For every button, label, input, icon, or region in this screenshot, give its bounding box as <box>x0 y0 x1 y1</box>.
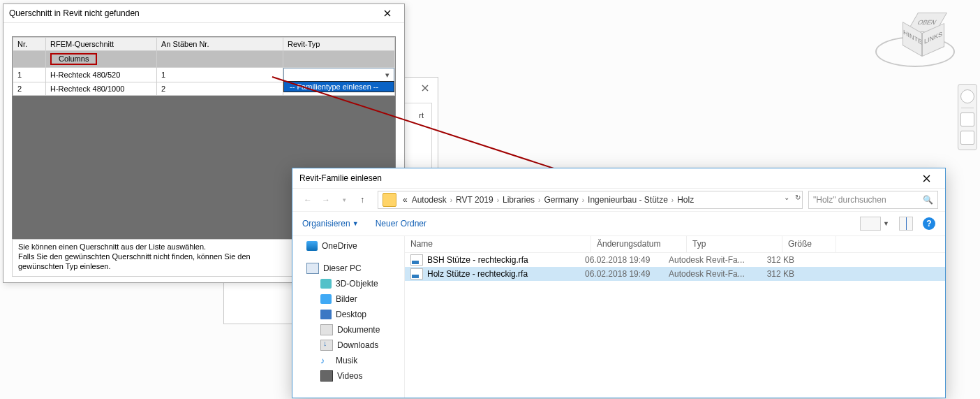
chevron-right-icon: › <box>537 196 542 204</box>
file-size: 312 KB <box>752 255 794 265</box>
dropdown-list: -- Familientype einlesen -- <box>283 81 394 92</box>
col-date[interactable]: Änderungsdatum <box>591 235 687 252</box>
help-button[interactable]: ? <box>923 217 935 230</box>
close-icon[interactable] <box>414 80 436 96</box>
pictures-icon <box>320 294 332 304</box>
search-input[interactable]: "Holz" durchsuchen 🔍 <box>808 191 938 209</box>
objects3d-icon <box>320 279 332 289</box>
col-nr[interactable]: Nr. <box>13 38 46 51</box>
file-date: 06.02.2018 19:49 <box>585 269 669 279</box>
file-type: Autodesk Revit-Fa... <box>669 269 752 279</box>
nav-up-button[interactable]: ↑ <box>354 191 371 208</box>
background-label: rt <box>419 111 424 119</box>
tree-item-pictures[interactable]: Bilder <box>292 291 404 307</box>
file-date: 06.02.2018 19:49 <box>585 255 669 265</box>
search-icon: 🔍 <box>923 195 933 205</box>
chevron-right-icon: › <box>670 196 675 204</box>
preview-pane-button[interactable] <box>899 217 913 231</box>
dialog-title: Revit-Familie einlesen <box>299 173 911 183</box>
chevron-down-icon: ▼ <box>352 220 359 227</box>
close-button[interactable] <box>374 6 401 20</box>
nav-forward-button[interactable]: → <box>318 191 334 208</box>
downloads-icon <box>320 340 333 351</box>
new-folder-button[interactable]: Neuer Ordner <box>376 219 426 228</box>
view-mode-button[interactable]: ▼ <box>860 217 889 231</box>
table-row[interactable]: 1 H-Rechteck 480/520 1 ▾ -- Familientype… <box>13 68 395 82</box>
folder-icon <box>383 193 396 207</box>
file-name: BSH Stütze - rechteckig.rfa <box>427 255 528 265</box>
col-staebe[interactable]: An Stäben Nr. <box>157 38 283 51</box>
tree-item-desktop[interactable]: Desktop <box>292 307 404 322</box>
breadcrumb[interactable]: « Autodesk› RVT 2019› Libraries› Germany… <box>378 191 803 209</box>
file-open-dialog: Revit-Familie einlesen ← → ▾ ↑ « Autodes… <box>292 168 946 398</box>
list-item[interactable]: Holz Stütze - rechteckig.rfa06.02.2018 1… <box>405 267 945 281</box>
col-revit[interactable]: Revit-Typ <box>283 38 395 51</box>
pc-icon <box>306 263 319 274</box>
tree-item-this-pc[interactable]: Dieser PC <box>292 261 404 276</box>
search-placeholder: "Holz" durchsuchen <box>813 195 886 205</box>
col-type[interactable]: Typ <box>687 235 782 252</box>
dialog-hint-text: Sie können einen Querschnitt aus der Lis… <box>12 239 292 277</box>
tree-item-downloads[interactable]: Downloads <box>292 338 404 353</box>
steering-wheel-icon[interactable] <box>960 89 974 103</box>
chevron-right-icon: › <box>449 196 454 204</box>
nav-back-button[interactable]: ← <box>299 191 316 208</box>
chevron-down-icon: ▼ <box>883 220 889 227</box>
chevron-down-icon[interactable]: ▾ <box>336 191 352 208</box>
cross-section-table: Nr. RFEM-Querschnitt An Stäben Nr. Revit… <box>13 37 395 96</box>
zoom-icon[interactable] <box>960 113 974 126</box>
view-cube[interactable]: OBEN HINTEN LINKS <box>875 8 959 71</box>
file-size: 312 KB <box>752 269 794 279</box>
desktop-icon <box>320 310 332 319</box>
folder-tree: OneDrive Dieser PC 3D-Objekte Bilder Des… <box>292 235 405 398</box>
close-button[interactable] <box>911 170 942 187</box>
group-columns-badge: Columns <box>50 53 97 65</box>
list-header: Name Änderungsdatum Typ Größe <box>405 235 945 253</box>
refresh-icon[interactable]: ↻ <box>795 194 801 201</box>
dialog-title: Querschnitt in Revit nicht gefunden <box>9 8 374 18</box>
file-name: Holz Stütze - rechteckig.rfa <box>427 269 528 279</box>
navigation-bar <box>958 84 977 150</box>
tree-item-3d-objects[interactable]: 3D-Objekte <box>292 276 404 291</box>
chevron-down-icon[interactable]: ⌄ <box>784 194 789 201</box>
dropdown-item-load-familytype[interactable]: -- Familientype einlesen -- <box>284 82 394 92</box>
chevron-right-icon: › <box>581 196 586 204</box>
organize-menu[interactable]: Organisieren▼ <box>302 219 359 228</box>
file-type: Autodesk Revit-Fa... <box>669 255 752 265</box>
list-item[interactable]: BSH Stütze - rechteckig.rfa06.02.2018 19… <box>405 253 945 267</box>
tree-item-videos[interactable]: Videos <box>292 368 404 384</box>
rfa-file-icon <box>410 268 423 280</box>
tree-item-music[interactable]: ♪Musik <box>292 353 404 368</box>
col-size[interactable]: Größe <box>782 235 836 252</box>
chevron-right-icon: › <box>496 196 500 204</box>
rfa-file-icon <box>410 254 423 266</box>
documents-icon <box>320 324 333 335</box>
col-name[interactable]: Name <box>405 235 591 252</box>
col-rfem[interactable]: RFEM-Querschnitt <box>46 38 157 51</box>
onedrive-icon <box>306 241 318 251</box>
music-icon: ♪ <box>320 356 332 365</box>
chevron-down-icon: ▾ <box>383 71 392 80</box>
tree-item-documents[interactable]: Dokumente <box>292 322 404 338</box>
tree-item-onedrive[interactable]: OneDrive <box>292 238 404 254</box>
pan-icon[interactable] <box>960 131 974 145</box>
videos-icon <box>320 370 333 382</box>
